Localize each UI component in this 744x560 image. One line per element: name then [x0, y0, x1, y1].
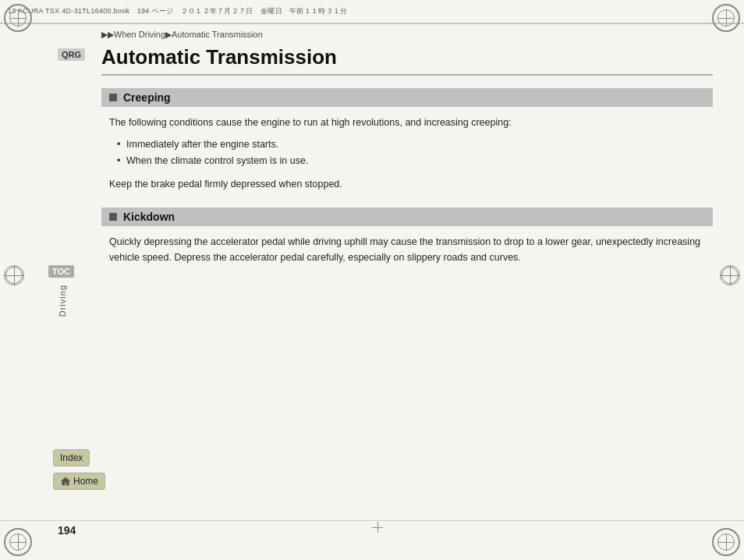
corner-decoration-bottom-right: [712, 528, 740, 556]
index-label: Index: [60, 452, 83, 463]
qrg-tag[interactable]: QRG: [58, 48, 85, 61]
index-button[interactable]: Index: [53, 449, 90, 466]
creeping-section-title: Creeping: [123, 91, 171, 104]
crosshair-left-middle-inner: [5, 267, 23, 284]
main-content: Automatic Transmission Creeping The foll…: [101, 45, 713, 513]
corner-circle-inner-top-left: [9, 9, 27, 27]
crosshair-bottom-middle: [372, 522, 383, 533]
section-kickdown-header: Kickdown: [101, 207, 713, 226]
toc-label: TOC: [52, 267, 70, 276]
crosshair-left-middle: [4, 265, 24, 285]
page-container: 13 ACURA TSX 4D-31TL16400.book 194 ページ ２…: [0, 0, 744, 560]
kickdown-section-icon: [109, 213, 117, 221]
section-creeping-header: Creeping: [101, 88, 713, 107]
header-bar: 13 ACURA TSX 4D-31TL16400.book 194 ページ ２…: [0, 0, 744, 23]
corner-circle-inner-bottom-left: [9, 533, 27, 551]
bullet-item-1: Immediately after the engine starts.: [117, 136, 705, 153]
corner-circle-inner-top-right: [717, 9, 735, 27]
kickdown-body: Quickly depressing the accelerator pedal…: [109, 234, 705, 265]
toc-tag[interactable]: TOC: [48, 265, 74, 278]
crosshair-right-middle-inner: [721, 267, 739, 284]
corner-decoration-top-left: [4, 4, 32, 32]
bottom-line: [0, 520, 744, 521]
page-number: 194: [58, 524, 76, 537]
breadcrumb-text: ▶▶When Driving▶Automatic Transmission: [101, 30, 263, 39]
page-title: Automatic Transmission: [101, 45, 713, 76]
corner-decoration-top-right: [712, 4, 740, 32]
driving-vertical-text: Driving: [58, 285, 67, 317]
section-creeping-body: The following conditions cause the engin…: [101, 115, 713, 192]
kickdown-section-title: Kickdown: [123, 211, 175, 223]
corner-decoration-bottom-left: [4, 528, 32, 556]
driving-label: Driving: [58, 285, 67, 317]
header-japanese-text: 13 ACURA TSX 4D-31TL16400.book 194 ページ ２…: [8, 6, 348, 16]
creeping-intro: The following conditions cause the engin…: [109, 115, 705, 130]
creeping-outro: Keep the brake pedal firmly depressed wh…: [109, 176, 705, 192]
home-icon: [60, 476, 71, 487]
home-label: Home: [73, 476, 98, 487]
breadcrumb: ▶▶When Driving▶Automatic Transmission: [101, 30, 263, 40]
bullet-item-2: When the climate control system is in us…: [117, 153, 705, 169]
home-button[interactable]: Home: [53, 473, 105, 490]
crosshair-right-middle: [720, 265, 740, 285]
creeping-bullet-list: Immediately after the engine starts. Whe…: [109, 136, 705, 170]
creeping-section-icon: [109, 94, 117, 101]
qrg-label: QRG: [62, 50, 81, 59]
section-kickdown-body: Quickly depressing the accelerator pedal…: [101, 234, 713, 265]
top-content-line: [0, 23, 744, 24]
corner-circle-inner-bottom-right: [717, 533, 735, 551]
